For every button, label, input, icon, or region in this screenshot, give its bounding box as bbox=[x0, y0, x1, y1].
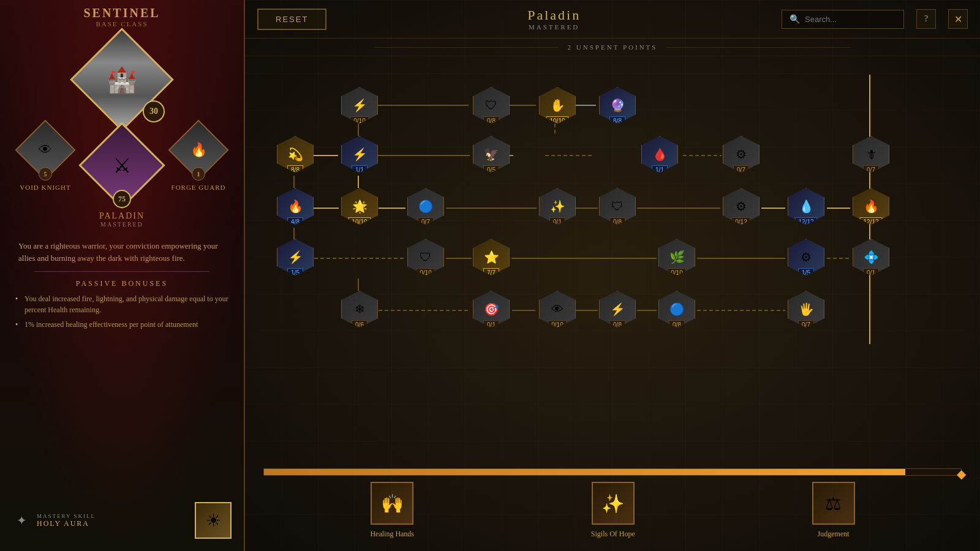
reset-button[interactable]: Reset bbox=[257, 9, 326, 30]
node-counter-n25: 0/6 bbox=[352, 320, 368, 329]
bottom-skill-sigils-of-hope[interactable]: ✨ Sigils Of Hope bbox=[591, 482, 635, 539]
paladin-label: Paladin bbox=[99, 211, 145, 221]
bottom-skill-healing-hands[interactable]: 🙌 Healing Hands bbox=[370, 482, 414, 539]
passive-2: 1% increased healing effectiveness per p… bbox=[15, 319, 228, 330]
passive-1: You deal increased fire, lightning, and … bbox=[15, 293, 228, 315]
node-counter-n29: 0/8 bbox=[669, 320, 685, 329]
node-counter-n10: 0/7 bbox=[863, 165, 879, 174]
node-counter-n28: 0/8 bbox=[609, 320, 625, 329]
bottom-skill-icon: 🙌 bbox=[371, 482, 413, 525]
mastery-label: Mastery Skill bbox=[37, 513, 96, 519]
main-hero: 🏰 30 bbox=[82, 40, 162, 119]
bottom-skill-name: Judgement bbox=[818, 530, 850, 539]
node-counter-n5: 8/8 bbox=[287, 165, 303, 174]
forge-guard-level: 1 bbox=[192, 167, 205, 181]
skill-node-n1[interactable]: ⚡ 0/10 bbox=[340, 87, 379, 126]
void-knight-label: Void Knight bbox=[20, 184, 70, 191]
paladin-mastered: Mastered bbox=[100, 221, 143, 228]
close-button[interactable]: ✕ bbox=[948, 9, 968, 29]
class-name-area: Paladin Mastered bbox=[339, 7, 769, 31]
mastery-skill-area: ✦ Mastery Skill Holy Aura ☀ bbox=[0, 502, 244, 539]
skill-node-n4[interactable]: 🔮 8/8 bbox=[598, 87, 637, 126]
bottom-skills-area: 🙌 Healing Hands ✨ Sigils Of Hope ⚖ Judge… bbox=[245, 482, 980, 551]
skill-node-n29[interactable]: 🔵 0/8 bbox=[657, 291, 696, 330]
node-counter-n23: 1/5 bbox=[798, 268, 814, 277]
node-counter-n18: 12/12 bbox=[859, 217, 882, 227]
bottom-skill-name: Sigils Of Hope bbox=[591, 530, 635, 539]
paladin-level: 75 bbox=[113, 190, 131, 208]
skill-node-n22[interactable]: 🌿 0/10 bbox=[657, 239, 696, 278]
skill-node-n26[interactable]: 🎯 0/1 bbox=[472, 291, 511, 330]
skill-node-n5[interactable]: 💫 8/8 bbox=[276, 136, 315, 175]
bottom-skill-name: Healing Hands bbox=[370, 530, 414, 539]
skill-node-n17[interactable]: 💧 12/12 bbox=[786, 188, 826, 227]
skill-node-n8[interactable]: 🩸 1/1 bbox=[640, 136, 679, 175]
search-area[interactable]: 🔍 bbox=[782, 10, 904, 29]
node-counter-n27: 0/10 bbox=[548, 320, 567, 329]
node-counter-n13: 0/7 bbox=[418, 217, 434, 227]
node-counter-n6: 1/1 bbox=[352, 165, 368, 174]
node-counter-n21: 7/7 bbox=[483, 268, 499, 277]
bottom-skill-judgement[interactable]: ⚖ Judgement bbox=[812, 482, 855, 539]
skill-node-n2[interactable]: 🛡 0/8 bbox=[472, 87, 511, 126]
header-class-name: Paladin bbox=[339, 7, 769, 23]
skill-node-n12[interactable]: 🌟 10/10 bbox=[340, 188, 379, 227]
sub-classes: 👁 5 Void Knight ⚔ 75 Paladin Mastered 🔥 … bbox=[18, 129, 226, 228]
skill-node-n30[interactable]: 🖐 0/7 bbox=[786, 291, 826, 330]
skill-node-n6[interactable]: ⚡ 1/1 bbox=[340, 136, 379, 175]
paladin-main-item[interactable]: ⚔ 75 Paladin Mastered bbox=[91, 135, 153, 228]
unspent-label: 2 Unspent Points bbox=[568, 43, 658, 51]
node-counter-n20: 0/10 bbox=[416, 268, 435, 277]
skill-node-n10[interactable]: 🗡 0/7 bbox=[851, 136, 891, 175]
skill-node-n9[interactable]: ⚙ 0/7 bbox=[722, 136, 761, 175]
node-counter-n12: 10/10 bbox=[348, 217, 371, 227]
skill-node-n11[interactable]: 🔥 4/8 bbox=[276, 188, 315, 227]
void-knight-item[interactable]: 👁 5 Void Knight bbox=[18, 129, 73, 191]
skill-node-n24[interactable]: 💠 0/1 bbox=[851, 239, 891, 278]
node-counter-n3: 10/10 bbox=[546, 116, 568, 126]
bottom-skill-icon: ⚖ bbox=[812, 482, 855, 525]
right-panel: Reset Paladin Mastered 🔍 ? ✕ 2 Unspent P… bbox=[245, 0, 980, 551]
skill-node-n23[interactable]: ⚙ 1/5 bbox=[786, 239, 826, 278]
hero-level: 30 bbox=[143, 100, 165, 122]
node-counter-n1: 0/10 bbox=[350, 116, 369, 126]
progress-track: ◆ bbox=[263, 468, 962, 476]
skill-node-n25[interactable]: ❄ 0/6 bbox=[340, 291, 379, 330]
mastery-icon[interactable]: ☀ bbox=[195, 502, 232, 539]
top-bar: Reset Paladin Mastered 🔍 ? ✕ bbox=[245, 0, 980, 39]
skill-node-n20[interactable]: 🛡 0/10 bbox=[406, 239, 445, 278]
mastery-name: Holy Aura bbox=[37, 519, 96, 528]
description-area: You are a righteous warrior, your convic… bbox=[12, 240, 232, 264]
void-knight-level: 5 bbox=[39, 167, 52, 181]
forge-guard-item[interactable]: 🔥 1 Forge Guard bbox=[171, 129, 226, 191]
skill-node-n16[interactable]: ⚙ 0/12 bbox=[722, 188, 761, 227]
left-panel: Sentinel Base Class 🏰 30 👁 5 Void Knight… bbox=[0, 0, 245, 551]
passive-bonuses-title: Passive Bonuses bbox=[76, 279, 168, 288]
class-subtitle: Base Class bbox=[96, 20, 148, 28]
skill-node-n21[interactable]: ⭐ 7/7 bbox=[472, 239, 511, 278]
progress-fill bbox=[264, 469, 905, 475]
node-counter-n11: 4/8 bbox=[287, 217, 303, 227]
bottom-skill-icon: ✨ bbox=[592, 482, 635, 525]
skill-node-n14[interactable]: ✨ 0/1 bbox=[538, 188, 577, 227]
node-counter-n26: 0/1 bbox=[483, 320, 499, 329]
skill-node-n19[interactable]: ⚡ 1/5 bbox=[276, 239, 315, 278]
banner-area: Sentinel Base Class 🏰 30 👁 5 Void Knight… bbox=[12, 0, 232, 334]
skill-node-n27[interactable]: 👁 0/10 bbox=[538, 291, 577, 330]
skill-node-n3[interactable]: ✋ 10/10 bbox=[538, 87, 577, 126]
skill-node-n28[interactable]: ⚡ 0/8 bbox=[598, 291, 637, 330]
node-counter-n8: 1/1 bbox=[652, 165, 668, 174]
skill-node-n15[interactable]: 🛡 0/8 bbox=[598, 188, 637, 227]
skill-node-n18[interactable]: 🔥 12/12 bbox=[851, 188, 891, 227]
skill-node-n7[interactable]: 🦅 0/5 bbox=[472, 136, 511, 175]
skill-tree-area: ⚡ 0/10 🛡 0/8 ✋ 10/10 🔮 8/8 💫 8/8 ⚡ 1/1 🦅 bbox=[245, 56, 980, 468]
node-counter-n17: 12/12 bbox=[794, 217, 817, 227]
node-counter-n2: 0/8 bbox=[483, 116, 499, 126]
node-counter-n22: 0/10 bbox=[667, 268, 686, 277]
skill-node-n13[interactable]: 🔵 0/7 bbox=[406, 188, 445, 227]
search-input[interactable] bbox=[805, 15, 891, 24]
description-text: You are a righteous warrior, your convic… bbox=[18, 240, 225, 264]
node-counter-n14: 0/1 bbox=[549, 217, 565, 227]
help-button[interactable]: ? bbox=[916, 9, 936, 29]
node-counter-n30: 0/7 bbox=[798, 320, 814, 329]
